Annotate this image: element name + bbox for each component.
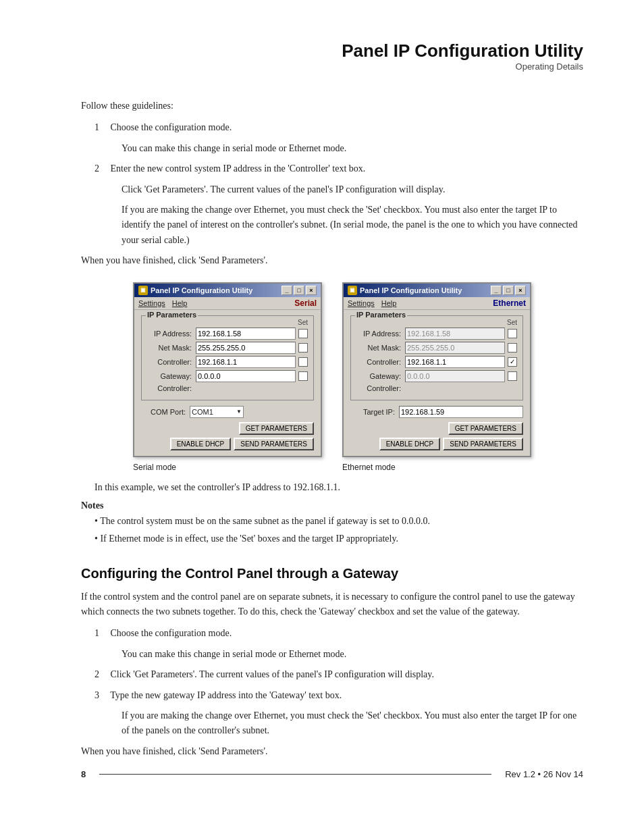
serial-controller-checkbox[interactable] bbox=[298, 357, 308, 367]
eth-netmask-label: Net Mask: bbox=[356, 344, 405, 352]
target-ip-input[interactable] bbox=[399, 406, 523, 418]
s2-step-3-sub: If you are making the change over Ethern… bbox=[122, 708, 583, 739]
footer-revision: Rev 1.2 • 26 Nov 14 bbox=[505, 769, 583, 779]
eth-minimize-btn[interactable]: _ bbox=[491, 286, 502, 295]
section2-steps: 1 Choose the configuration mode. You can… bbox=[95, 626, 583, 738]
close-btn[interactable]: × bbox=[306, 286, 317, 295]
eth-netmask-checkbox[interactable] bbox=[508, 343, 517, 353]
eth-controller-standalone-label: Controller: bbox=[356, 384, 405, 392]
group-label-serial: IP Parameters bbox=[146, 311, 198, 319]
step-1-num: 1 bbox=[95, 120, 108, 135]
serial-ip-input[interactable] bbox=[196, 328, 296, 340]
eth-ip-checkbox[interactable] bbox=[508, 329, 517, 338]
com-select[interactable]: COM1 ▼ bbox=[190, 406, 244, 418]
ip-params-group-ethernet: IP Parameters Set IP Address: Net Mask: bbox=[350, 315, 523, 400]
step-2-num: 2 bbox=[95, 161, 108, 176]
step-2-sub2: If you are making the change over Ethern… bbox=[122, 203, 583, 248]
serial-netmask-input[interactable] bbox=[196, 342, 296, 354]
serial-netmask-row: Net Mask: bbox=[147, 342, 308, 354]
eth-gateway-input[interactable] bbox=[405, 370, 505, 382]
eth-enable-dhcp-btn[interactable]: ENABLE DHCP bbox=[379, 438, 441, 450]
help-menu[interactable]: Help bbox=[172, 299, 188, 307]
step-2-text: Enter the new control system IP address … bbox=[111, 163, 366, 174]
eth-ip-input[interactable] bbox=[405, 328, 505, 340]
eth-send-params-btn[interactable]: SEND PARAMETERS bbox=[443, 438, 523, 450]
example-text: In this example, we set the controller's… bbox=[95, 480, 583, 495]
serial-gateway-checkbox[interactable] bbox=[298, 371, 308, 381]
serial-dialog: ▣ Panel IP Configuration Utility _ □ × S… bbox=[133, 282, 322, 457]
eth-controller-label: Controller: bbox=[356, 358, 405, 366]
step-1-sub: You can make this change in serial mode … bbox=[122, 141, 583, 156]
eth-controller-checkbox[interactable]: ✓ bbox=[508, 357, 517, 367]
ip-label: IP Address: bbox=[147, 330, 196, 338]
s2-step-1-text: Choose the configuration mode. bbox=[111, 628, 232, 638]
eth-bottom-btns: ENABLE DHCP SEND PARAMETERS bbox=[350, 438, 523, 450]
ip-params-group-serial: IP Parameters Set IP Address: Net Mask: bbox=[141, 315, 314, 400]
serial-content: IP Parameters Set IP Address: Net Mask: bbox=[134, 310, 321, 456]
eth-help-menu[interactable]: Help bbox=[381, 299, 397, 307]
serial-ip-checkbox[interactable] bbox=[298, 329, 308, 338]
serial-ip-row: IP Address: bbox=[147, 328, 308, 340]
eth-netmask-row: Net Mask: bbox=[356, 342, 517, 354]
notes-section: Notes The control system must be on the … bbox=[81, 500, 583, 547]
gateway-label: Gateway: bbox=[147, 372, 196, 380]
app-icon: ▣ bbox=[138, 286, 148, 295]
eth-controller-input[interactable] bbox=[405, 356, 505, 368]
ethernet-mode-badge: Ethernet bbox=[493, 298, 526, 308]
eth-restore-btn[interactable]: □ bbox=[503, 286, 514, 295]
eth-settings-menu[interactable]: Settings bbox=[348, 299, 375, 307]
page-footer: 8 Rev 1.2 • 26 Nov 14 bbox=[0, 769, 644, 779]
serial-netmask-checkbox[interactable] bbox=[298, 343, 308, 353]
netmask-label: Net Mask: bbox=[147, 344, 196, 352]
eth-close-btn[interactable]: × bbox=[515, 286, 526, 295]
ethernet-caption: Ethernet mode bbox=[342, 463, 531, 472]
minimize-btn[interactable]: _ bbox=[281, 286, 292, 295]
steps-list: 1 Choose the configuration mode. You can… bbox=[95, 120, 583, 248]
serial-mode-badge: Serial bbox=[294, 298, 317, 308]
com-label: COM Port: bbox=[141, 408, 190, 416]
s2-step-1: 1 Choose the configuration mode. bbox=[95, 626, 583, 641]
serial-enable-dhcp-btn[interactable]: ENABLE DHCP bbox=[170, 438, 232, 450]
page-title: Panel IP Configuration Utility bbox=[81, 41, 583, 61]
serial-gateway-input[interactable] bbox=[196, 370, 296, 382]
eth-gateway-label: Gateway: bbox=[356, 372, 405, 380]
serial-bottom-btns: ENABLE DHCP SEND PARAMETERS bbox=[141, 438, 314, 450]
serial-title: Panel IP Configuration Utility bbox=[151, 286, 252, 294]
s2-step-1-sub: You can make this change in serial mode … bbox=[122, 647, 583, 662]
serial-controller-input[interactable] bbox=[196, 356, 296, 368]
com-value: COM1 bbox=[192, 408, 213, 416]
serial-titlebar: ▣ Panel IP Configuration Utility _ □ × bbox=[134, 284, 321, 297]
page: Panel IP Configuration Utility Operating… bbox=[0, 0, 644, 806]
eth-netmask-input[interactable] bbox=[405, 342, 505, 354]
set-col-ethernet: Set bbox=[498, 319, 517, 326]
serial-send-params-btn[interactable]: SEND PARAMETERS bbox=[234, 438, 314, 450]
note-1: The control system must be on the same s… bbox=[95, 514, 583, 529]
step-2: 2 Enter the new control system IP addres… bbox=[95, 161, 583, 176]
s2-step-3: 3 Type the new gateway IP address into t… bbox=[95, 688, 583, 703]
page-subtitle: Operating Details bbox=[81, 61, 583, 72]
serial-menubar: Settings Help Serial bbox=[134, 297, 321, 310]
eth-get-params-btn[interactable]: GET PARAMETERS bbox=[448, 422, 523, 435]
com-port-row: COM Port: COM1 ▼ bbox=[141, 406, 314, 418]
ethernet-dialog: ▣ Panel IP Configuration Utility _ □ × S… bbox=[342, 282, 531, 457]
controller-standalone-label: Controller: bbox=[147, 384, 196, 392]
com-arrow-icon: ▼ bbox=[236, 409, 242, 415]
captions-row: Serial mode Ethernet mode bbox=[81, 463, 583, 472]
serial-get-params-btn[interactable]: GET PARAMETERS bbox=[239, 422, 314, 435]
restore-btn[interactable]: □ bbox=[294, 286, 304, 295]
s2-step-2: 2 Click 'Get Parameters'. The current va… bbox=[95, 667, 583, 682]
step-2-sub1: Click 'Get Parameters'. The current valu… bbox=[122, 182, 583, 197]
target-ip-label: Target IP: bbox=[350, 408, 399, 416]
s2-step-3-text: Type the new gateway IP address into the… bbox=[110, 690, 342, 700]
controller-label: Controller: bbox=[147, 358, 196, 366]
screenshots-row: ▣ Panel IP Configuration Utility _ □ × S… bbox=[81, 282, 583, 457]
eth-gateway-checkbox[interactable] bbox=[508, 371, 517, 381]
serial-gateway-row: Gateway: bbox=[147, 370, 308, 382]
page-number: 8 bbox=[81, 769, 86, 779]
eth-controller-row: Controller: ✓ bbox=[356, 356, 517, 368]
settings-menu[interactable]: Settings bbox=[138, 299, 165, 307]
section2-when-finished: When you have finished, click 'Send Para… bbox=[81, 744, 583, 759]
serial-get-btn-row: GET PARAMETERS bbox=[141, 422, 314, 435]
ethernet-menubar: Settings Help Ethernet bbox=[344, 297, 530, 310]
eth-ip-label: IP Address: bbox=[356, 330, 405, 338]
